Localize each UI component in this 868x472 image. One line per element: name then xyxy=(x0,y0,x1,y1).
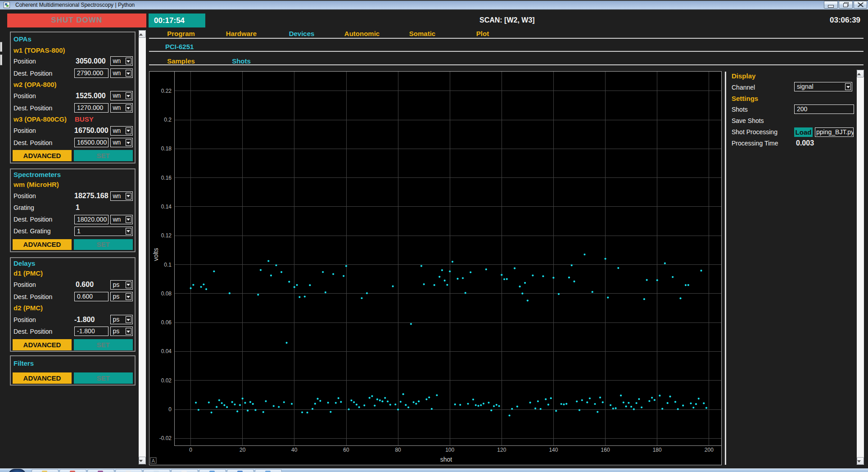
svg-text:160: 160 xyxy=(601,447,610,453)
svg-text:0.02: 0.02 xyxy=(161,377,172,384)
svg-text:volts: volts xyxy=(152,248,159,261)
svg-text:180: 180 xyxy=(653,447,662,453)
svg-text:A: A xyxy=(152,458,155,463)
svg-text:100: 100 xyxy=(445,447,454,453)
svg-text:0.18: 0.18 xyxy=(161,145,172,152)
svg-text:0.14: 0.14 xyxy=(161,204,172,210)
svg-text:40: 40 xyxy=(291,447,298,453)
svg-text:shot: shot xyxy=(440,456,452,463)
svg-text:60: 60 xyxy=(343,447,349,453)
svg-text:140: 140 xyxy=(549,447,558,453)
svg-text:0.22: 0.22 xyxy=(161,88,172,94)
svg-text:20: 20 xyxy=(240,447,246,453)
svg-text:0.08: 0.08 xyxy=(161,290,172,297)
svg-text:200: 200 xyxy=(705,447,714,453)
svg-text:0: 0 xyxy=(168,406,172,413)
svg-text:0: 0 xyxy=(189,447,192,453)
svg-text:80: 80 xyxy=(395,447,401,453)
svg-text:0.16: 0.16 xyxy=(161,175,172,181)
svg-text:0.2: 0.2 xyxy=(164,117,172,123)
svg-text:0.04: 0.04 xyxy=(161,348,172,354)
svg-text:0.1: 0.1 xyxy=(164,262,172,268)
svg-text:0.06: 0.06 xyxy=(161,319,172,326)
svg-text:-0.02: -0.02 xyxy=(159,435,172,441)
svg-text:120: 120 xyxy=(497,447,506,453)
svg-text:0.12: 0.12 xyxy=(161,232,172,239)
